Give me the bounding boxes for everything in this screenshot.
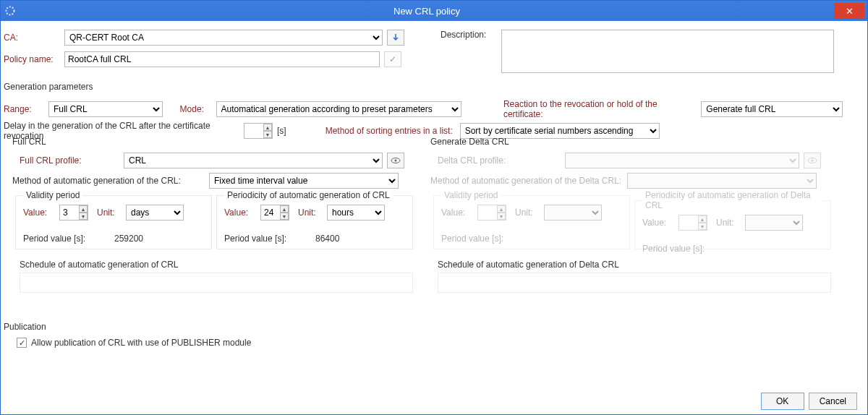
value-label: Value: (23, 208, 55, 218)
delta-crl-method-select (627, 173, 817, 189)
delta-validity-value-spinner: ▲▼ (477, 205, 506, 221)
reaction-label: Reaction to the revocation or hold of th… (503, 99, 697, 119)
content-area: CA: QR-CERT Root CA Policy name: ✓ Descr… (1, 21, 867, 414)
full-crl-profile-label: Full CRL profile: (20, 155, 119, 166)
delta-crl-profile-label: Delta CRL profile: (438, 155, 561, 166)
policy-name-label: Policy name: (4, 54, 60, 64)
full-period-pv: 86400 (315, 234, 339, 244)
full-validity-unit-select[interactable]: days (126, 205, 184, 221)
eye-icon (391, 157, 401, 164)
full-crl-validity-group: Validity period Value: ▲▼ Unit: days Per… (15, 190, 212, 249)
full-crl-method-label: Method of automatic generation of the CR… (12, 176, 205, 186)
delta-crl-legend: Generate Delta CRL (430, 137, 509, 147)
delta-crl-method-label: Method of automatic generation of the De… (430, 176, 623, 186)
range-label: Range: (4, 104, 44, 114)
delta-period-unit-select (745, 215, 803, 231)
allow-publication-checkbox[interactable]: ✓ (17, 338, 27, 348)
delta-crl-schedule-box (438, 273, 831, 293)
full-crl-periodicity-group: Periodicity of automatic generation of C… (216, 190, 413, 249)
close-button[interactable]: ✕ (834, 3, 864, 19)
titlebar: New CRL policy ✕ (1, 1, 867, 21)
full-validity-value-spinner[interactable]: ▲▼ (59, 205, 88, 221)
check-icon: ✓ (389, 54, 396, 64)
delta-crl-profile-view-button (804, 153, 821, 168)
full-crl-periodicity-legend: Periodicity of automatic generation of C… (224, 190, 393, 200)
delta-crl-periodicity-legend: Periodicity of automatic generation of D… (642, 190, 823, 210)
svg-point-0 (7, 7, 14, 15)
full-crl-profile-select[interactable]: CRL (124, 153, 383, 168)
full-period-unit-select[interactable]: hours (327, 205, 385, 221)
svg-point-2 (395, 160, 397, 162)
delta-validity-unit-select (544, 205, 602, 221)
description-textarea[interactable] (501, 30, 834, 73)
delta-crl-validity-group: Validity period Value: ▲▼ Unit: Period v… (433, 190, 630, 249)
full-crl-schedule-label: Schedule of automatic generation of CRL (20, 260, 178, 270)
eye-icon (807, 157, 817, 164)
ca-select[interactable]: QR-CERT Root CA (64, 30, 383, 46)
full-crl-validity-legend: Validity period (23, 190, 82, 200)
mode-select[interactable]: Automatical generation according to pres… (216, 101, 461, 117)
cancel-button[interactable]: Cancel (809, 393, 857, 410)
ca-label: CA: (4, 33, 60, 43)
description-label: Description: (441, 30, 497, 40)
full-crl-schedule-box (20, 273, 413, 293)
ca-action-button[interactable] (387, 30, 404, 46)
window-title: New CRL policy (20, 6, 834, 17)
delta-crl-schedule-label: Schedule of automatic generation of Delt… (438, 260, 619, 270)
app-icon (4, 4, 17, 17)
full-crl-profile-view-button[interactable] (387, 153, 404, 168)
full-crl-group: Full CRL Full CRL profile: CRL Method of… (12, 137, 420, 313)
range-select[interactable]: Full CRL (48, 101, 163, 117)
delta-crl-validity-legend: Validity period (441, 190, 501, 200)
arrow-down-icon (391, 33, 400, 42)
reaction-select[interactable]: Generate full CRL (701, 101, 843, 117)
full-crl-method-select[interactable]: Fixed time interval value (209, 173, 399, 189)
delta-period-value-spinner: ▲▼ (678, 215, 707, 231)
mode-label: Mode: (180, 104, 212, 114)
delta-crl-group: Generate Delta CRL Delta CRL profile: Me… (430, 137, 838, 313)
allow-publication-label: Allow publication of CRL with use of PUB… (31, 338, 251, 348)
window: New CRL policy ✕ CA: QR-CERT Root CA Pol… (0, 0, 868, 415)
full-validity-pv: 259200 (114, 234, 143, 244)
delta-crl-profile-select (565, 153, 799, 168)
unit-label: Unit: (97, 208, 122, 218)
full-validity-pv-label: Period value [s]: (23, 234, 110, 244)
full-crl-legend: Full CRL (12, 137, 46, 147)
publication-heading: Publication (4, 322, 46, 332)
spin-up-icon[interactable]: ▲ (263, 124, 272, 131)
genparams-heading: Generation parameters (4, 82, 93, 92)
delay-unit: [s] (277, 126, 286, 136)
policy-name-input[interactable] (64, 51, 380, 67)
policy-confirm-button[interactable]: ✓ (384, 51, 401, 67)
svg-point-4 (812, 160, 814, 162)
ok-button[interactable]: OK (761, 393, 804, 410)
full-period-value-spinner[interactable]: ▲▼ (260, 205, 289, 221)
delta-crl-periodicity-group: Periodicity of automatic generation of D… (634, 190, 831, 249)
sort-label: Method of sorting entries in a list: (326, 126, 456, 136)
